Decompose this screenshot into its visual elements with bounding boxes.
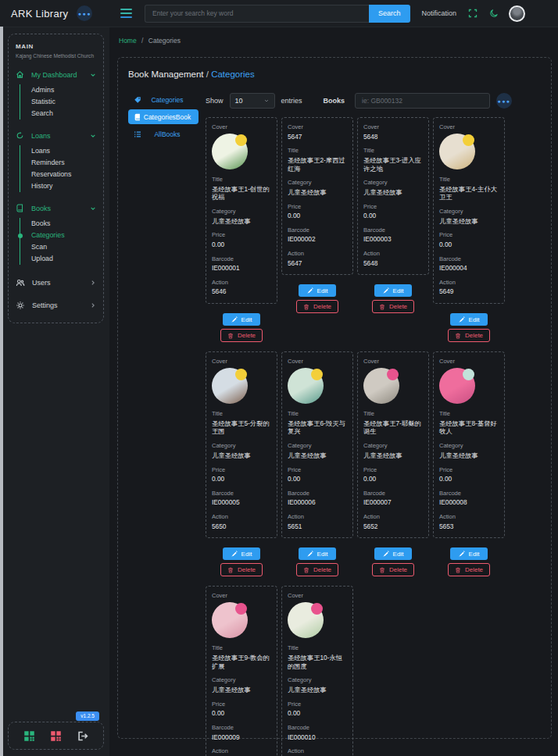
page-size-select[interactable]: 10: [230, 93, 275, 109]
edit-label: Edit: [317, 551, 328, 558]
search-input[interactable]: [145, 5, 369, 23]
scrollbar[interactable]: [0, 27, 3, 756]
sidebar-item-admins[interactable]: Admins: [31, 84, 96, 96]
book-price: 0.00: [288, 212, 347, 220]
cover-text: 5648: [363, 133, 423, 141]
book-cell: CoverTitle圣经故事王1-创世的祝福Category儿童圣经故事Pric…: [206, 117, 277, 342]
cover-label: Cover: [363, 358, 423, 365]
category-label: Category: [288, 442, 347, 449]
delete-label: Delete: [389, 566, 407, 573]
sidebar-item-reminders[interactable]: Reminders: [31, 157, 96, 169]
sidebar-item-history[interactable]: History: [31, 180, 96, 192]
sidebar-item-books[interactable]: Books: [31, 218, 96, 230]
sidebar-item-users[interactable]: Users: [16, 278, 96, 287]
category-label: Category: [212, 676, 271, 683]
hamburger-menu-button[interactable]: [120, 9, 132, 18]
edit-button[interactable]: Edit: [299, 547, 337, 560]
logout-button[interactable]: [77, 730, 88, 742]
cover-label: Cover: [288, 358, 347, 365]
tab-allbooks[interactable]: AllBooks: [128, 127, 199, 141]
brand-ellipsis-button[interactable]: ●●●: [77, 5, 92, 21]
book-barcode: IE000001: [212, 264, 271, 273]
book-cell: CoverTitle圣经故事王8-基督好牧人Category儿童圣经故事Pric…: [433, 351, 505, 576]
delete-button[interactable]: Delete: [296, 300, 338, 313]
notification-link[interactable]: Notification: [422, 9, 457, 17]
more-options-button[interactable]: ●●●: [496, 93, 512, 109]
edit-button[interactable]: Edit: [450, 313, 488, 326]
book-price: 0.00: [212, 241, 271, 249]
edit-button[interactable]: Edit: [374, 284, 413, 297]
delete-button[interactable]: Delete: [372, 563, 414, 576]
action-label: Action: [363, 250, 423, 257]
cover-label: Cover: [288, 592, 347, 599]
delete-button[interactable]: Delete: [448, 563, 490, 576]
book-title: 圣经故事王10-永恒的国度: [288, 654, 347, 671]
table-controls: Show 10 entries Books ●●●: [206, 92, 512, 109]
sidebar-item-loans[interactable]: Loans: [31, 145, 96, 157]
sidebar-item-categories[interactable]: Categories: [31, 230, 96, 241]
book-card: CoverTitle圣经故事王9-教会的扩展Category儿童圣经故事Pric…: [206, 586, 277, 756]
barcode-label: Barcode: [439, 490, 499, 497]
sidebar-menu: MAIN Kajang Chinese Methodist Church My …: [8, 34, 104, 323]
edit-button[interactable]: Edit: [223, 313, 261, 326]
books-filter-input[interactable]: [355, 93, 490, 109]
breadcrumb-current: Categories: [148, 37, 181, 45]
price-label: Price: [212, 231, 271, 238]
delete-button[interactable]: Delete: [448, 329, 490, 342]
main-content: Home / Categories Book Management / Cate…: [109, 27, 558, 756]
breadcrumb: Home / Categories: [109, 27, 558, 45]
edit-button[interactable]: Edit: [223, 547, 261, 560]
book-price: 0.00: [288, 475, 347, 483]
book-category: 儿童圣经故事: [288, 451, 347, 460]
price-label: Price: [439, 466, 499, 473]
fullscreen-button[interactable]: [468, 9, 478, 18]
sidebar-item-settings[interactable]: Settings: [16, 301, 96, 310]
sidebar-group-loans[interactable]: Loans: [16, 131, 96, 140]
sidebar-item-statistic[interactable]: Statistic: [31, 96, 96, 108]
sidebar-item-reservations[interactable]: Reservations: [31, 169, 96, 180]
sidebar-item-scan[interactable]: Scan: [31, 241, 96, 253]
edit-button[interactable]: Edit: [299, 284, 337, 297]
avatar[interactable]: [509, 5, 525, 22]
pencil-icon: [307, 287, 313, 294]
search-button[interactable]: Search: [369, 5, 410, 23]
ellipsis-icon: ●●●: [497, 98, 510, 104]
book-cell: CoverTitle圣经故事王10-永恒的国度Category儿童圣经故事Pri…: [281, 586, 353, 756]
title-label: Title: [363, 147, 423, 154]
sidebar-item-search[interactable]: Search: [31, 108, 96, 119]
gear-icon: [16, 301, 25, 310]
breadcrumb-home[interactable]: Home: [119, 37, 137, 45]
action-label: Action: [363, 513, 423, 520]
chevron-down-icon: [90, 72, 96, 78]
delete-button[interactable]: Delete: [220, 329, 263, 342]
book-price: 0.00: [212, 709, 271, 718]
action-label: Action: [212, 747, 271, 754]
book-title: 圣经故事王4-主仆大卫王: [439, 185, 499, 202]
edit-button[interactable]: Edit: [374, 547, 413, 560]
tab-categories[interactable]: Categories: [128, 92, 199, 107]
edit-label: Edit: [241, 316, 252, 323]
sidebar-group-books[interactable]: Books: [16, 204, 96, 212]
qr-code-green-button[interactable]: [23, 730, 35, 742]
price-label: Price: [288, 466, 347, 473]
pencil-icon: [383, 287, 389, 294]
edit-button[interactable]: Edit: [450, 547, 488, 560]
sidebar-group-my-dashboard[interactable]: My Dashboard: [16, 70, 96, 79]
dark-mode-toggle[interactable]: [489, 9, 499, 18]
delete-button[interactable]: Delete: [372, 300, 414, 313]
delete-button[interactable]: Delete: [296, 563, 338, 576]
qr-code-red-button[interactable]: [50, 730, 62, 742]
book-category: 儿童圣经故事: [439, 217, 499, 226]
book-actions: EditDelete: [433, 313, 505, 342]
barcode-label: Barcode: [439, 255, 499, 262]
delete-button[interactable]: Delete: [220, 563, 263, 576]
book-title: 圣经故事王3-进入应许之地: [363, 156, 423, 173]
sidebar-item-upload[interactable]: Upload: [31, 253, 96, 265]
tab-categoriesbook[interactable]: CategoriesBook: [128, 109, 199, 124]
edit-label: Edit: [393, 551, 404, 558]
title-label: Title: [212, 176, 271, 183]
show-label: Show: [206, 97, 224, 105]
book-barcode: IE000005: [212, 498, 271, 507]
book-barcode: IE000009: [212, 733, 271, 742]
edit-label: Edit: [469, 316, 480, 323]
